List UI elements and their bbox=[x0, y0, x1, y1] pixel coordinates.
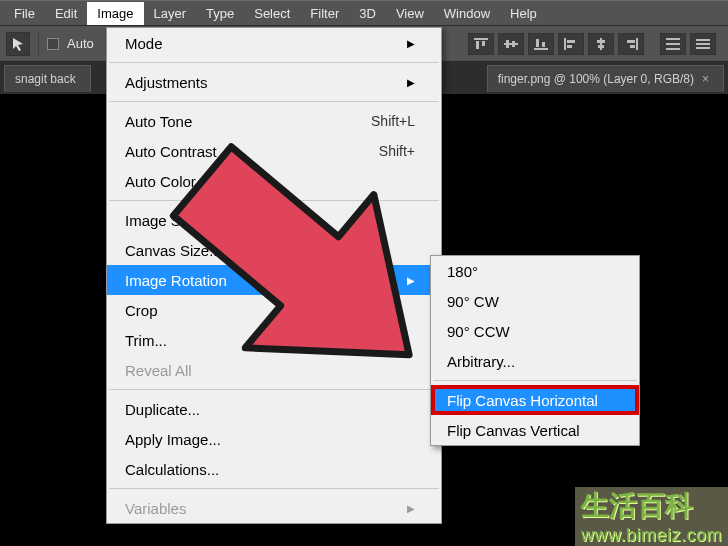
menu-3d[interactable]: 3D bbox=[349, 2, 386, 25]
svg-rect-16 bbox=[627, 40, 635, 43]
svg-rect-10 bbox=[567, 40, 575, 43]
align-left-icon[interactable] bbox=[558, 33, 584, 55]
auto-select-label: Auto bbox=[67, 36, 94, 51]
submenu-item-180[interactable]: 180° bbox=[431, 256, 639, 286]
menu-item-auto-color[interactable]: Auto Color bbox=[107, 166, 441, 196]
menu-item-crop[interactable]: Crop bbox=[107, 295, 441, 325]
image-rotation-submenu: 180° 90° CW 90° CCW Arbitrary... Flip Ca… bbox=[430, 255, 640, 446]
menu-item-label: Image Size... bbox=[125, 212, 213, 229]
menu-item-reveal-all: Reveal All bbox=[107, 355, 441, 385]
menu-window[interactable]: Window bbox=[434, 2, 500, 25]
menu-item-label: Mode bbox=[125, 35, 163, 52]
menu-item-label: Duplicate... bbox=[125, 401, 200, 418]
menu-item-label: Image Rotation bbox=[125, 272, 227, 289]
menu-item-label: Apply Image... bbox=[125, 431, 221, 448]
submenu-item-90cw[interactable]: 90° CW bbox=[431, 286, 639, 316]
submenu-item-90ccw[interactable]: 90° CCW bbox=[431, 316, 639, 346]
distribute-top-icon[interactable] bbox=[660, 33, 686, 55]
menu-item-calculations[interactable]: Calculations... bbox=[107, 454, 441, 484]
menu-item-label: Auto Tone bbox=[125, 113, 192, 130]
menu-item-canvas-size[interactable]: Canvas Size... bbox=[107, 235, 441, 265]
menu-view[interactable]: View bbox=[386, 2, 434, 25]
svg-rect-11 bbox=[567, 45, 572, 48]
watermark-url: www.bimeiz.com bbox=[575, 525, 728, 546]
watermark-title: 生活百科 bbox=[575, 487, 728, 525]
separator bbox=[109, 488, 439, 489]
separator bbox=[109, 389, 439, 390]
menu-item-apply-image[interactable]: Apply Image... bbox=[107, 424, 441, 454]
svg-rect-0 bbox=[474, 38, 488, 40]
menu-type[interactable]: Type bbox=[196, 2, 244, 25]
align-bottom-icon[interactable] bbox=[528, 33, 554, 55]
menu-file[interactable]: File bbox=[4, 2, 45, 25]
distribute-vcenter-icon[interactable] bbox=[690, 33, 716, 55]
move-tool-icon[interactable] bbox=[6, 32, 30, 56]
submenu-arrow-icon: ▶ bbox=[407, 503, 415, 514]
svg-rect-15 bbox=[636, 38, 638, 50]
menu-item-label: Calculations... bbox=[125, 461, 219, 478]
align-top-icon[interactable] bbox=[468, 33, 494, 55]
menu-filter[interactable]: Filter bbox=[300, 2, 349, 25]
menu-item-mode[interactable]: Mode ▶ bbox=[107, 28, 441, 58]
align-right-icon[interactable] bbox=[618, 33, 644, 55]
menu-item-auto-contrast[interactable]: Auto Contrast Shift+ bbox=[107, 136, 441, 166]
submenu-item-label: Arbitrary... bbox=[447, 353, 515, 370]
tab-document-2[interactable]: finger.png @ 100% (Layer 0, RGB/8) × bbox=[487, 65, 724, 92]
separator bbox=[109, 101, 439, 102]
spacer bbox=[648, 33, 656, 55]
svg-rect-12 bbox=[600, 38, 602, 50]
menu-image[interactable]: Image bbox=[87, 2, 143, 25]
svg-rect-4 bbox=[506, 40, 509, 48]
separator bbox=[109, 62, 439, 63]
separator bbox=[433, 380, 637, 381]
svg-rect-20 bbox=[666, 48, 680, 50]
svg-rect-9 bbox=[564, 38, 566, 50]
divider bbox=[38, 32, 39, 56]
menubar: File Edit Image Layer Type Select Filter… bbox=[0, 0, 728, 26]
menu-item-image-rotation[interactable]: Image Rotation ▶ bbox=[107, 265, 441, 295]
menu-item-label: Crop bbox=[125, 302, 158, 319]
close-icon[interactable]: × bbox=[702, 72, 709, 86]
menu-item-label: Canvas Size... bbox=[125, 242, 222, 259]
watermark: 生活百科 www.bimeiz.com bbox=[575, 487, 728, 546]
menu-item-duplicate[interactable]: Duplicate... bbox=[107, 394, 441, 424]
menu-select[interactable]: Select bbox=[244, 2, 300, 25]
submenu-item-label: Flip Canvas Horizontal bbox=[447, 392, 598, 409]
menu-item-variables: Variables ▶ bbox=[107, 493, 441, 523]
submenu-arrow-icon: ▶ bbox=[407, 38, 415, 49]
submenu-item-flip-vertical[interactable]: Flip Canvas Vertical bbox=[431, 415, 639, 445]
menu-item-label: Adjustments bbox=[125, 74, 208, 91]
submenu-item-label: Flip Canvas Vertical bbox=[447, 422, 580, 439]
svg-rect-6 bbox=[534, 48, 548, 50]
menu-item-trim[interactable]: Trim... bbox=[107, 325, 441, 355]
submenu-item-flip-horizontal[interactable]: Flip Canvas Horizontal bbox=[431, 385, 639, 415]
menu-layer[interactable]: Layer bbox=[144, 2, 197, 25]
menu-item-auto-tone[interactable]: Auto Tone Shift+L bbox=[107, 106, 441, 136]
submenu-item-label: 90° CCW bbox=[447, 323, 510, 340]
shortcut-label: Shift+L bbox=[371, 113, 415, 129]
svg-rect-7 bbox=[536, 39, 539, 47]
menu-item-label: Auto Color bbox=[125, 173, 196, 190]
menu-item-label: Reveal All bbox=[125, 362, 192, 379]
menu-item-label: Trim... bbox=[125, 332, 167, 349]
svg-rect-1 bbox=[476, 41, 479, 49]
tab-label: finger.png @ 100% (Layer 0, RGB/8) bbox=[498, 72, 694, 86]
image-menu-dropdown: Mode ▶ Adjustments ▶ Auto Tone Shift+L A… bbox=[106, 27, 442, 524]
svg-rect-8 bbox=[542, 42, 545, 47]
align-hcenter-icon[interactable] bbox=[588, 33, 614, 55]
menu-help[interactable]: Help bbox=[500, 2, 547, 25]
align-icons bbox=[468, 33, 716, 55]
submenu-item-arbitrary[interactable]: Arbitrary... bbox=[431, 346, 639, 376]
menu-item-adjustments[interactable]: Adjustments ▶ bbox=[107, 67, 441, 97]
svg-rect-13 bbox=[597, 40, 605, 43]
submenu-arrow-icon: ▶ bbox=[407, 77, 415, 88]
align-vcenter-icon[interactable] bbox=[498, 33, 524, 55]
tab-document-1[interactable]: snagit back bbox=[4, 65, 91, 92]
menu-item-image-size[interactable]: Image Size... bbox=[107, 205, 441, 235]
menu-edit[interactable]: Edit bbox=[45, 2, 87, 25]
submenu-item-label: 90° CW bbox=[447, 293, 499, 310]
submenu-arrow-icon: ▶ bbox=[407, 275, 415, 286]
menu-item-label: Variables bbox=[125, 500, 186, 517]
svg-rect-19 bbox=[666, 43, 680, 45]
auto-select-checkbox[interactable] bbox=[47, 38, 59, 50]
